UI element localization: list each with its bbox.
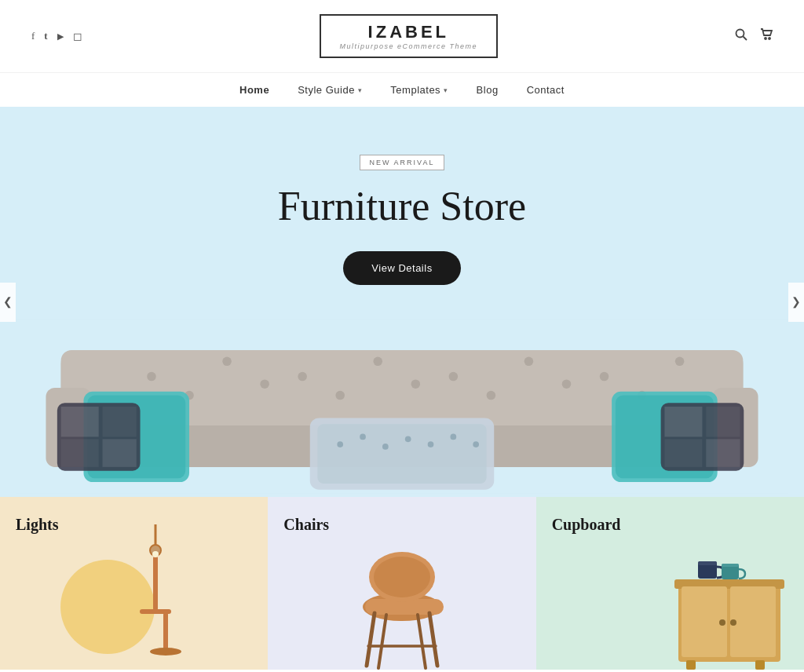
category-cupboard[interactable]: Cupboard: [536, 497, 804, 670]
header-actions: [735, 28, 773, 44]
chevron-down-icon: ▾: [444, 86, 448, 94]
chevron-down-icon: ▾: [358, 86, 363, 94]
carousel-next-button[interactable]: ❯: [788, 283, 804, 322]
svg-rect-46: [664, 439, 702, 467]
svg-point-17: [335, 391, 345, 400]
nav-style-guide-label: Style Guide: [298, 84, 355, 96]
chair-svg: [351, 528, 453, 670]
svg-rect-29: [103, 407, 137, 436]
svg-rect-71: [755, 660, 765, 670]
svg-point-69: [730, 619, 736, 626]
logo[interactable]: IZABEL Multipurpose eCommerce Theme: [320, 14, 499, 58]
youtube-icon[interactable]: ▶: [57, 31, 64, 42]
hero-section: NEW ARRIVAL Furniture Store View Details…: [0, 107, 804, 497]
nav-templates-label: Templates: [390, 84, 440, 96]
category-chairs-title: Chairs: [283, 516, 520, 534]
categories-section: Lights Chairs: [0, 497, 804, 670]
facebook-icon[interactable]: f: [31, 30, 35, 42]
cart-icon[interactable]: [760, 28, 773, 44]
svg-point-7: [147, 372, 156, 382]
svg-line-60: [429, 613, 437, 666]
svg-point-13: [600, 372, 609, 382]
svg-point-8: [222, 357, 232, 367]
svg-rect-45: [706, 407, 740, 436]
category-chairs[interactable]: Chairs: [268, 497, 535, 670]
nav-templates[interactable]: Templates ▾: [390, 84, 448, 96]
chevron-right-icon: ❯: [791, 295, 801, 309]
svg-rect-30: [61, 439, 99, 467]
svg-point-16: [260, 379, 269, 389]
svg-point-38: [428, 441, 434, 447]
svg-point-2: [765, 38, 766, 39]
nav-style-guide[interactable]: Style Guide ▾: [298, 84, 362, 96]
svg-point-53: [150, 648, 181, 656]
header: f t ▶ ◻ IZABEL Multipurpose eCommerce Th…: [0, 0, 804, 72]
svg-point-9: [298, 372, 307, 382]
instagram-icon[interactable]: ◻: [73, 30, 82, 43]
svg-point-58: [374, 557, 430, 597]
svg-rect-67: [730, 586, 776, 657]
svg-line-62: [418, 615, 426, 668]
svg-rect-28: [61, 407, 99, 436]
social-links: f t ▶ ◻: [31, 30, 82, 43]
svg-rect-47: [706, 439, 740, 467]
svg-point-68: [719, 619, 725, 626]
carousel-prev-button[interactable]: ❮: [0, 283, 16, 322]
svg-rect-73: [698, 561, 717, 565]
svg-point-11: [449, 372, 459, 382]
category-cupboard-title: Cupboard: [552, 516, 788, 534]
nav-home[interactable]: Home: [239, 84, 269, 96]
svg-line-61: [378, 615, 386, 668]
cupboard-svg: [663, 528, 788, 670]
svg-line-1: [744, 37, 747, 41]
sofa-image: [16, 316, 788, 497]
svg-point-14: [675, 357, 685, 367]
category-lights-title: Lights: [16, 516, 252, 534]
svg-point-39: [451, 434, 457, 440]
hero-title: Furniture Store: [16, 183, 788, 229]
svg-point-34: [337, 441, 343, 447]
svg-rect-33: [317, 424, 486, 484]
nav-contact[interactable]: Contact: [527, 84, 565, 96]
svg-point-54: [152, 551, 159, 557]
svg-point-40: [473, 441, 479, 447]
svg-point-0: [736, 30, 744, 38]
svg-rect-75: [722, 564, 739, 567]
svg-rect-70: [686, 660, 696, 670]
svg-point-12: [524, 357, 534, 367]
category-lights[interactable]: Lights: [0, 497, 268, 670]
lamp-svg: [116, 524, 195, 670]
hero-badge: NEW ARRIVAL: [360, 155, 445, 170]
svg-line-59: [367, 613, 375, 666]
svg-point-18: [411, 379, 421, 389]
svg-point-19: [487, 391, 496, 400]
svg-rect-50: [153, 556, 158, 611]
logo-title: IZABEL: [340, 22, 478, 42]
nav-blog[interactable]: Blog: [477, 84, 499, 96]
svg-rect-44: [664, 407, 702, 436]
svg-point-35: [360, 434, 366, 440]
search-icon[interactable]: [735, 28, 747, 44]
svg-point-3: [769, 38, 770, 39]
twitter-icon[interactable]: t: [44, 30, 47, 42]
svg-point-20: [562, 379, 572, 389]
svg-point-36: [382, 444, 389, 450]
view-details-button[interactable]: View Details: [343, 251, 460, 285]
svg-point-10: [373, 357, 382, 367]
main-nav: Home Style Guide ▾ Templates ▾ Blog Cont…: [0, 72, 804, 107]
svg-rect-52: [163, 612, 168, 652]
chevron-left-icon: ❮: [3, 295, 13, 309]
svg-rect-31: [103, 439, 137, 467]
logo-subtitle: Multipurpose eCommerce Theme: [340, 42, 478, 50]
svg-point-37: [405, 436, 411, 442]
